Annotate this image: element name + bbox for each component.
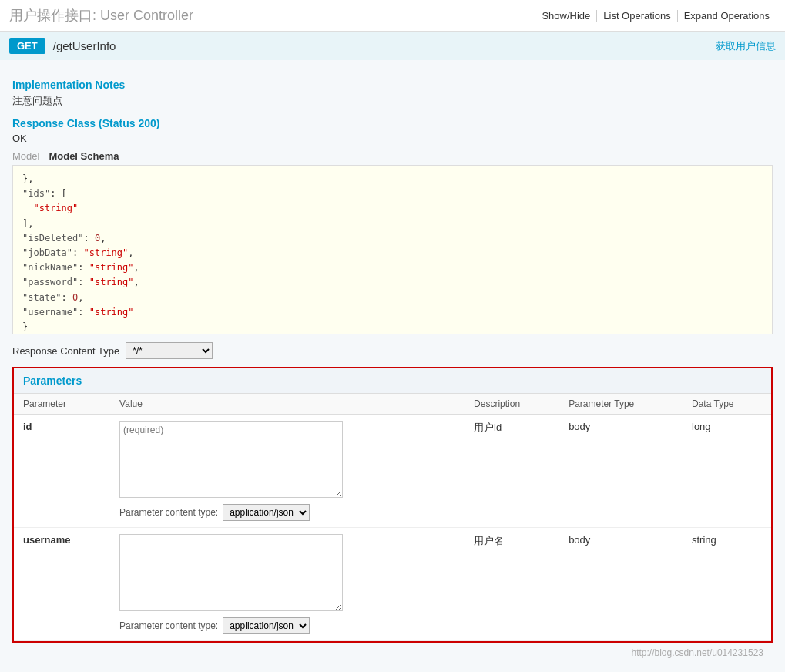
implementation-notes-content: 注意问题点 (12, 94, 773, 108)
param-description-username: 用户名 (465, 528, 559, 641)
title-chinese: 用户操作接口 (9, 8, 92, 23)
implementation-notes-title: Implementation Notes (12, 79, 773, 91)
response-content-type-select[interactable]: */* application/json application/xml (126, 342, 213, 359)
param-value-username: Parameter content type: application/json (119, 534, 455, 634)
model-schema-link[interactable]: Model Schema (49, 150, 119, 162)
content-type-select-id[interactable]: application/json (223, 504, 310, 521)
table-header-row: Parameter Value Description Parameter Ty… (14, 394, 771, 415)
header-actions: Show/Hide List Operations Expand Operati… (535, 10, 776, 22)
param-input-id[interactable]: <span class="required-hint">(required)</… (119, 421, 343, 498)
content-type-select-username[interactable]: application/json (223, 617, 310, 634)
response-content-type-row: Response Content Type */* application/js… (12, 342, 773, 359)
endpoint-description: 获取用户信息 (716, 39, 776, 53)
param-description-id: 用户id (465, 415, 559, 528)
expand-operations-link[interactable]: Expand Operations (677, 10, 776, 22)
show-hide-link[interactable]: Show/Hide (535, 10, 596, 22)
param-data-type-username: string (683, 528, 771, 641)
col-parameter: Parameter (14, 394, 110, 415)
parameters-section: Parameters Parameter Value Description P… (12, 367, 773, 643)
param-input-username[interactable] (119, 534, 343, 611)
response-content-type-label: Response Content Type (12, 345, 119, 357)
content-type-row-id: Parameter content type: application/json (119, 504, 455, 521)
col-data-type: Data Type (683, 394, 771, 415)
col-value: Value (110, 394, 465, 415)
col-description: Description (465, 394, 559, 415)
method-badge[interactable]: GET (9, 38, 45, 54)
model-links: Model Model Schema (12, 150, 773, 162)
page-header: 用户操作接口: User Controller Show/Hide List O… (0, 0, 785, 32)
model-link[interactable]: Model (12, 150, 39, 162)
footer-credit: http://blog.csdn.net/u014231523 (12, 643, 773, 663)
model-schema-code: }, "ids": [ "string" ], "isDeleted": 0, … (12, 165, 773, 334)
param-data-type-id: long (683, 415, 771, 528)
content-type-label-id: Parameter content type: (119, 507, 218, 518)
content-type-row-username: Parameter content type: application/json (119, 617, 455, 634)
content-area: Implementation Notes 注意问题点 Response Clas… (0, 60, 785, 672)
param-type-id: body (559, 415, 683, 528)
table-row: username Parameter content type: applica… (14, 528, 771, 641)
list-operations-link[interactable]: List Operations (596, 10, 676, 22)
endpoint-bar: GET /getUserInfo 获取用户信息 (0, 32, 785, 60)
endpoint-path: /getUserInfo (53, 39, 116, 52)
response-class-content: OK (12, 133, 773, 144)
page-title: 用户操作接口: User Controller (9, 6, 193, 25)
parameters-header: Parameters (14, 368, 771, 394)
parameters-table: Parameter Value Description Parameter Ty… (14, 394, 771, 641)
param-name-username: username (23, 534, 70, 546)
title-english: : User Controller (92, 8, 193, 23)
content-type-label-username: Parameter content type: (119, 620, 218, 631)
col-param-type: Parameter Type (559, 394, 683, 415)
param-name-id: id (23, 421, 32, 432)
table-row: id <span class="required-hint">(required… (14, 415, 771, 528)
response-class-title: Response Class (Status 200) (12, 117, 773, 129)
param-type-username: body (559, 528, 683, 641)
param-value-id: <span class="required-hint">(required)</… (119, 421, 455, 521)
